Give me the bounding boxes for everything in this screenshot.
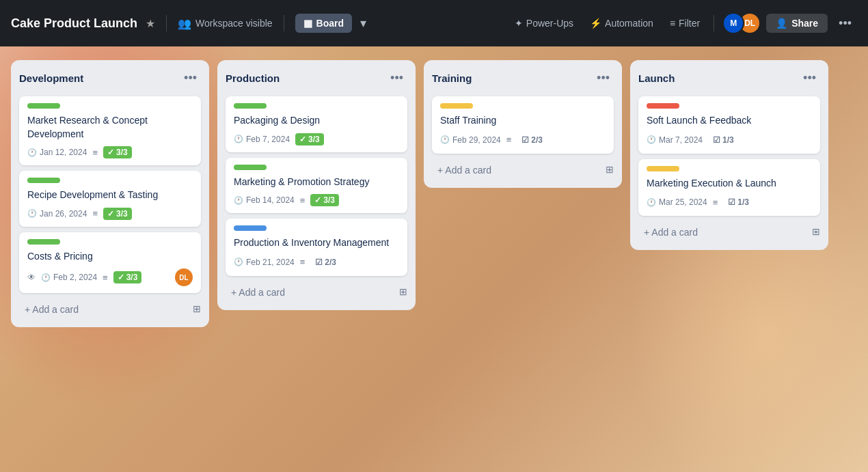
add-card-template-icon-production[interactable]: ⊞ [399, 286, 407, 297]
card-label-packaging-design [234, 103, 267, 109]
card-title-market-research: Market Research & Concept Development [27, 114, 193, 141]
filter-label: Filter [679, 18, 700, 29]
card-title-production-inventory: Production & Inventory Management [234, 236, 399, 250]
board-dropdown-icon[interactable]: ▾ [360, 16, 366, 31]
filter-action[interactable]: ≡ Filter [664, 14, 705, 32]
date-text: Mar 7, 2024 [659, 135, 703, 145]
card-checklist-production-inventory: ☑2/3 [310, 255, 341, 269]
checklist-count: 2/3 [531, 135, 543, 145]
add-card-template-icon-development[interactable]: ⊞ [193, 303, 201, 314]
card-soft-launch[interactable]: Soft Launch & Feedback🕐Mar 7, 2024☑1/3 [638, 96, 820, 154]
checklist-count: 2/3 [325, 258, 336, 267]
date-text: Feb 7, 2024 [246, 135, 290, 144]
board-button[interactable]: ▦ Board [295, 14, 352, 33]
date-text: Feb 14, 2024 [246, 195, 295, 205]
clock-icon: 🕐 [647, 198, 656, 207]
column-production: Production•••Packaging & Design🕐Feb 7, 2… [217, 60, 416, 310]
avatar-m[interactable]: M [722, 12, 744, 34]
date-text: Jan 12, 2024 [40, 148, 87, 157]
card-marketing-promotion[interactable]: Marketing & Promotion Strategy🕐Feb 14, 2… [226, 158, 407, 214]
checklist-count: 3/3 [116, 209, 128, 219]
powerups-label: Power-Ups [526, 18, 573, 29]
card-meta-marketing-execution: 🕐Mar 25, 2024≡☑1/3 [647, 195, 812, 209]
date-text: Feb 2, 2024 [53, 273, 97, 282]
check-icon: ☑ [713, 135, 720, 145]
check-icon: ✓ [314, 195, 321, 205]
card-staff-training[interactable]: Staff Training🕐Feb 29, 2024≡☑2/3 [432, 96, 614, 154]
check-icon: ✓ [118, 273, 124, 282]
add-card-button-launch[interactable]: + Add a card [638, 223, 703, 242]
automation-action[interactable]: ⚡ Automation [584, 14, 659, 32]
card-label-market-research [27, 103, 60, 109]
description-icon: ≡ [300, 195, 306, 206]
add-card-button-training[interactable]: + Add a card [432, 161, 497, 180]
clock-icon: 🕐 [27, 209, 37, 218]
card-description-costs-pricing: ≡ [103, 273, 108, 283]
board-area: Development•••Market Research & Concept … [0, 46, 868, 472]
add-card-template-icon-launch[interactable]: ⊞ [812, 226, 820, 237]
header-separator-3 [714, 15, 714, 31]
card-title-recipe-dev: Recipe Development & Tasting [27, 189, 193, 202]
date-text: Jan 26, 2024 [40, 209, 87, 219]
header: Cake Product Launch ★ 👥 Workspace visibl… [0, 0, 868, 46]
workspace-icon: 👥 [178, 17, 191, 30]
card-marketing-execution[interactable]: Marketing Execution & Launch🕐Mar 25, 202… [638, 159, 820, 217]
add-card-template-icon-training[interactable]: ⊞ [606, 164, 614, 175]
column-header-launch: Launch••• [638, 68, 820, 91]
card-meta-recipe-dev: 🕐Jan 26, 2024≡✓3/3 [27, 208, 193, 220]
column-development: Development•••Market Research & Concept … [11, 60, 209, 327]
card-meta-marketing-promotion: 🕐Feb 14, 2024≡✓3/3 [234, 194, 399, 206]
card-date-recipe-dev: 🕐Jan 26, 2024 [27, 209, 87, 219]
powerups-icon: ✦ [515, 18, 523, 29]
card-checklist-marketing-execution: ☑1/3 [723, 195, 754, 209]
column-title-development: Development [19, 72, 83, 84]
share-button[interactable]: 👤 Share [766, 14, 828, 33]
card-label-marketing-promotion [234, 165, 267, 170]
card-checklist-packaging-design: ✓3/3 [295, 133, 324, 145]
more-options-button[interactable]: ••• [833, 14, 857, 33]
card-description-marketing-execution: ≡ [713, 197, 718, 208]
check-icon: ✓ [107, 148, 114, 157]
card-date-production-inventory: 🕐Feb 21, 2024 [234, 258, 295, 267]
card-recipe-dev[interactable]: Recipe Development & Tasting🕐Jan 26, 202… [19, 171, 201, 227]
card-label-costs-pricing [27, 239, 60, 245]
column-more-training[interactable]: ••• [593, 70, 614, 87]
column-header-training: Training••• [432, 68, 614, 91]
card-packaging-design[interactable]: Packaging & Design🕐Feb 7, 2024✓3/3 [226, 96, 407, 152]
card-title-staff-training: Staff Training [440, 114, 606, 128]
column-more-development[interactable]: ••• [180, 70, 201, 87]
card-market-research[interactable]: Market Research & Concept Development🕐Ja… [19, 96, 201, 165]
description-icon: ≡ [300, 257, 306, 267]
filter-icon: ≡ [670, 18, 675, 29]
card-label-soft-launch [647, 103, 679, 109]
column-more-production[interactable]: ••• [386, 70, 407, 87]
powerups-action[interactable]: ✦ Power-Ups [509, 14, 579, 32]
card-meta-market-research: 🕐Jan 12, 2024≡✓3/3 [27, 146, 193, 158]
card-date-costs-pricing: 🕐Feb 2, 2024 [41, 273, 97, 282]
check-icon: ☑ [728, 197, 735, 207]
card-costs-pricing[interactable]: Costs & Pricing👁🕐Feb 2, 2024≡✓3/3DL [19, 232, 201, 294]
avatar-group: M DL [722, 12, 761, 34]
checklist-count: 1/3 [722, 135, 734, 145]
date-text: Mar 25, 2024 [659, 197, 707, 207]
card-title-costs-pricing: Costs & Pricing [27, 250, 193, 264]
clock-icon: 🕐 [234, 196, 243, 205]
add-card-button-development[interactable]: + Add a card [19, 300, 84, 319]
add-card-button-production[interactable]: + Add a card [226, 283, 290, 302]
clock-icon: 🕐 [234, 135, 243, 143]
card-meta-soft-launch: 🕐Mar 7, 2024☑1/3 [647, 133, 812, 147]
card-avatar-costs-pricing: DL [175, 268, 193, 286]
card-production-inventory[interactable]: Production & Inventory Management🕐Feb 21… [226, 219, 407, 276]
checklist-count: 3/3 [126, 273, 138, 282]
check-icon: ✓ [299, 135, 306, 144]
description-icon: ≡ [92, 208, 98, 219]
date-text: Feb 21, 2024 [246, 258, 295, 267]
share-icon: 👤 [776, 18, 787, 29]
card-description-staff-training: ≡ [506, 135, 512, 145]
workspace-label: Workspace visible [195, 18, 273, 29]
column-more-launch[interactable]: ••• [799, 70, 820, 87]
card-checklist-market-research: ✓3/3 [103, 146, 132, 158]
board-icon: ▦ [303, 18, 312, 29]
star-icon[interactable]: ★ [146, 17, 155, 30]
description-icon: ≡ [506, 135, 512, 145]
